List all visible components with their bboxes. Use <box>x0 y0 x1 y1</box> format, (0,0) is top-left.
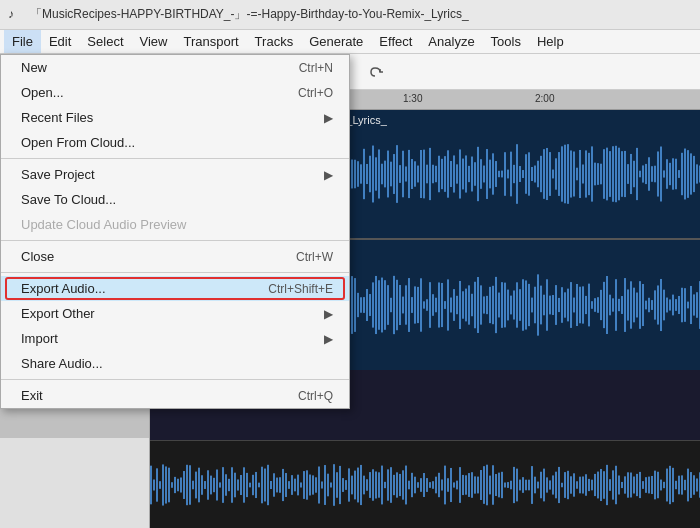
svg-rect-374 <box>684 288 686 322</box>
svg-rect-561 <box>690 472 692 498</box>
menu-save-cloud[interactable]: Save To Cloud... <box>1 187 349 212</box>
svg-rect-467 <box>408 481 410 490</box>
svg-rect-386 <box>165 466 167 503</box>
svg-rect-368 <box>666 298 668 313</box>
svg-rect-387 <box>168 468 170 503</box>
svg-rect-426 <box>285 473 287 497</box>
menu-export-other[interactable]: Export Other ▶ <box>1 301 349 326</box>
svg-rect-402 <box>213 478 215 492</box>
svg-rect-321 <box>525 280 527 329</box>
svg-rect-124 <box>489 160 491 189</box>
menu-item-generate[interactable]: Generate <box>301 30 371 53</box>
svg-rect-413 <box>246 473 248 497</box>
svg-rect-169 <box>624 151 626 197</box>
menu-share-audio[interactable]: Share Audio... <box>1 351 349 376</box>
menu-item-file[interactable]: File <box>4 30 41 53</box>
svg-rect-528 <box>591 480 593 491</box>
svg-rect-511 <box>540 472 542 499</box>
menu-item-effect[interactable]: Effect <box>371 30 420 53</box>
svg-rect-509 <box>534 477 536 494</box>
menu-save-project-arrow: ▶ <box>324 168 333 182</box>
svg-rect-530 <box>597 472 599 499</box>
bottom-waveform-strip <box>150 440 700 528</box>
svg-rect-367 <box>663 290 665 321</box>
menu-item-tracks[interactable]: Tracks <box>247 30 302 53</box>
svg-rect-264 <box>354 278 356 332</box>
svg-rect-485 <box>462 475 464 495</box>
svg-rect-403 <box>216 469 218 500</box>
svg-rect-136 <box>525 154 527 194</box>
svg-rect-78 <box>351 160 353 189</box>
menu-open[interactable]: Open... Ctrl+O <box>1 80 349 105</box>
menu-recent[interactable]: Recent Files ▶ <box>1 105 349 130</box>
menu-open-cloud[interactable]: Open From Cloud... <box>1 130 349 155</box>
menu-new[interactable]: New Ctrl+N <box>1 55 349 80</box>
svg-rect-442 <box>333 464 335 506</box>
svg-rect-330 <box>552 295 554 315</box>
svg-rect-310 <box>492 286 494 324</box>
svg-rect-303 <box>471 294 473 316</box>
menu-save-project[interactable]: Save Project ▶ <box>1 162 349 187</box>
svg-rect-438 <box>321 481 323 488</box>
menu-item-analyze[interactable]: Analyze <box>420 30 482 53</box>
svg-rect-382 <box>153 480 155 491</box>
svg-rect-121 <box>480 159 482 189</box>
menu-item-tools[interactable]: Tools <box>483 30 529 53</box>
svg-rect-279 <box>399 285 401 325</box>
svg-rect-149 <box>564 145 566 204</box>
svg-rect-430 <box>297 475 299 496</box>
svg-rect-304 <box>474 282 476 328</box>
svg-rect-314 <box>504 283 506 328</box>
svg-rect-272 <box>378 280 380 330</box>
menu-update-cloud: Update Cloud Audio Preview <box>1 212 349 237</box>
svg-rect-308 <box>486 296 488 314</box>
redo-button[interactable] <box>361 58 389 86</box>
svg-rect-546 <box>645 477 647 493</box>
svg-rect-520 <box>567 471 569 499</box>
svg-rect-496 <box>495 474 497 496</box>
svg-rect-466 <box>405 466 407 505</box>
svg-rect-127 <box>498 171 500 177</box>
svg-rect-514 <box>549 480 551 489</box>
svg-rect-148 <box>561 146 563 201</box>
svg-rect-356 <box>630 281 632 328</box>
file-menu-dropdown: New Ctrl+N Open... Ctrl+O Recent Files ▶… <box>0 54 350 409</box>
svg-rect-370 <box>672 295 674 316</box>
svg-rect-419 <box>264 469 266 502</box>
menu-item-edit[interactable]: Edit <box>41 30 79 53</box>
svg-rect-371 <box>675 299 677 311</box>
svg-rect-513 <box>546 477 548 492</box>
svg-rect-151 <box>570 150 572 197</box>
menu-item-view[interactable]: View <box>132 30 176 53</box>
menu-item-transport[interactable]: Transport <box>175 30 246 53</box>
svg-rect-351 <box>615 279 617 331</box>
svg-rect-437 <box>318 467 320 504</box>
svg-rect-401 <box>210 476 212 495</box>
menu-item-help[interactable]: Help <box>529 30 572 53</box>
svg-rect-87 <box>378 149 380 198</box>
svg-rect-179 <box>654 166 656 183</box>
svg-rect-282 <box>408 278 410 332</box>
svg-rect-529 <box>594 474 596 496</box>
svg-rect-550 <box>657 472 659 498</box>
menu-save-cloud-label: Save To Cloud... <box>21 192 116 207</box>
svg-rect-434 <box>309 475 311 496</box>
svg-rect-460 <box>387 469 389 500</box>
svg-rect-176 <box>645 164 647 184</box>
svg-rect-450 <box>357 468 359 503</box>
menu-exit[interactable]: Exit Ctrl+Q <box>1 383 349 408</box>
menu-close[interactable]: Close Ctrl+W <box>1 244 349 269</box>
svg-rect-93 <box>396 145 398 203</box>
svg-rect-113 <box>456 164 458 183</box>
menu-export-audio[interactable]: Export Audio... Ctrl+Shift+E <box>1 276 349 301</box>
svg-rect-116 <box>465 155 467 192</box>
menu-item-select[interactable]: Select <box>79 30 131 53</box>
svg-rect-502 <box>513 467 515 503</box>
svg-rect-175 <box>642 165 644 182</box>
menu-import[interactable]: Import ▶ <box>1 326 349 351</box>
svg-rect-306 <box>480 285 482 324</box>
svg-rect-555 <box>672 468 674 502</box>
svg-rect-424 <box>279 477 281 493</box>
svg-rect-346 <box>600 290 602 320</box>
svg-rect-458 <box>381 466 383 505</box>
